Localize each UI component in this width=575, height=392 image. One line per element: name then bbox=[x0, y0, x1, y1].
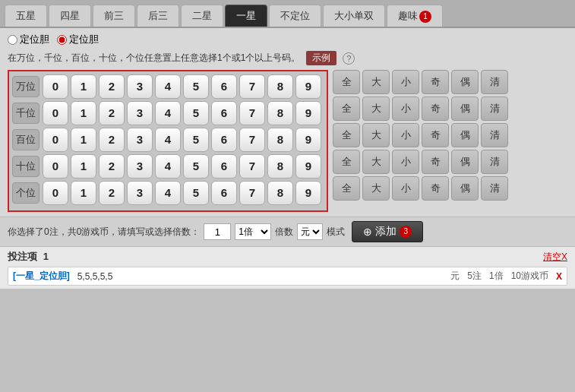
num-btn[interactable]: 8 bbox=[267, 101, 293, 125]
num-btn[interactable]: 6 bbox=[211, 101, 237, 125]
num-btn[interactable]: 8 bbox=[267, 154, 293, 179]
num-btn[interactable]: 1 bbox=[71, 154, 96, 179]
quick-btn-odd[interactable]: 奇 bbox=[422, 70, 449, 94]
num-btn[interactable]: 0 bbox=[43, 154, 68, 179]
quick-btn-odd[interactable]: 奇 bbox=[422, 150, 449, 174]
quick-btn-odd[interactable]: 奇 bbox=[422, 123, 449, 147]
quick-btn-even[interactable]: 偶 bbox=[451, 70, 479, 94]
num-btn[interactable]: 9 bbox=[295, 181, 321, 205]
example-button[interactable]: 示例 bbox=[306, 51, 336, 65]
quick-btn-big[interactable]: 大 bbox=[362, 96, 390, 121]
quick-btn-big[interactable]: 大 bbox=[362, 176, 390, 201]
num-btn[interactable]: 0 bbox=[43, 74, 68, 99]
num-btn[interactable]: 4 bbox=[155, 128, 181, 152]
tab-dxds[interactable]: 大小单双 bbox=[323, 5, 385, 27]
num-btn[interactable]: 6 bbox=[211, 181, 237, 205]
num-btn[interactable]: 7 bbox=[239, 101, 265, 125]
quick-btn-clear[interactable]: 清 bbox=[481, 123, 508, 147]
num-btn[interactable]: 1 bbox=[71, 181, 96, 205]
num-btn[interactable]: 8 bbox=[267, 128, 293, 152]
tab-housan[interactable]: 后三 bbox=[137, 5, 179, 27]
quick-btn-big[interactable]: 大 bbox=[362, 150, 390, 174]
quick-btn-clear[interactable]: 清 bbox=[481, 70, 508, 94]
mode-select[interactable]: 元 角 分 bbox=[297, 223, 323, 240]
num-btn[interactable]: 6 bbox=[211, 128, 237, 152]
tab-buding[interactable]: 不定位 bbox=[269, 5, 321, 27]
quick-btn-small[interactable]: 小 bbox=[392, 96, 419, 121]
num-btn[interactable]: 3 bbox=[127, 154, 153, 179]
num-btn[interactable]: 3 bbox=[127, 128, 153, 152]
num-btn[interactable]: 2 bbox=[99, 128, 125, 152]
tab-erxing[interactable]: 二星 bbox=[181, 5, 223, 27]
num-btn[interactable]: 2 bbox=[99, 154, 125, 179]
tab-qiansan[interactable]: 前三 bbox=[93, 5, 135, 27]
num-btn[interactable]: 5 bbox=[183, 101, 209, 125]
quick-btn-all[interactable]: 全 bbox=[333, 70, 360, 94]
num-btn[interactable]: 4 bbox=[155, 154, 181, 179]
num-btn[interactable]: 9 bbox=[295, 101, 321, 125]
multiplier-select[interactable]: 1倍 2倍 3倍 5倍 10倍 bbox=[235, 223, 271, 240]
num-btn[interactable]: 4 bbox=[155, 101, 181, 125]
num-btn[interactable]: 1 bbox=[71, 101, 96, 125]
tab-sixing[interactable]: 四星 bbox=[49, 5, 91, 27]
num-btn[interactable]: 0 bbox=[43, 101, 68, 125]
quick-btn-odd[interactable]: 奇 bbox=[422, 176, 449, 201]
tab-yixing[interactable]: 一星 bbox=[225, 5, 267, 27]
quick-btn-small[interactable]: 小 bbox=[392, 150, 419, 174]
radio-option1[interactable]: 定位胆 bbox=[8, 33, 49, 46]
quick-btn-clear[interactable]: 清 bbox=[481, 150, 508, 174]
quick-btn-all[interactable]: 全 bbox=[333, 176, 360, 201]
num-btn[interactable]: 1 bbox=[71, 74, 96, 99]
num-btn[interactable]: 2 bbox=[99, 101, 125, 125]
num-btn[interactable]: 8 bbox=[267, 181, 293, 205]
num-btn[interactable]: 3 bbox=[127, 181, 153, 205]
num-btn[interactable]: 3 bbox=[127, 74, 153, 99]
num-btn[interactable]: 6 bbox=[211, 154, 237, 179]
num-btn[interactable]: 5 bbox=[183, 154, 209, 179]
quick-btn-all[interactable]: 全 bbox=[333, 150, 360, 174]
num-btn[interactable]: 3 bbox=[127, 101, 153, 125]
quick-btn-even[interactable]: 偶 bbox=[451, 96, 479, 121]
num-btn[interactable]: 9 bbox=[295, 74, 321, 99]
quick-btn-clear[interactable]: 清 bbox=[481, 96, 508, 121]
bet-remove-button[interactable]: X bbox=[556, 271, 562, 282]
help-icon[interactable]: ? bbox=[343, 52, 355, 65]
num-btn[interactable]: 1 bbox=[71, 128, 96, 152]
quick-btn-even[interactable]: 偶 bbox=[451, 176, 479, 201]
num-btn[interactable]: 5 bbox=[183, 74, 209, 99]
quick-btn-even[interactable]: 偶 bbox=[451, 123, 479, 147]
tab-wuxing[interactable]: 五星 bbox=[5, 5, 47, 27]
quick-btn-even[interactable]: 偶 bbox=[451, 150, 479, 174]
quick-btn-big[interactable]: 大 bbox=[362, 123, 390, 147]
tab-quwei[interactable]: 趣味1 bbox=[387, 5, 443, 27]
quick-btn-clear[interactable]: 清 bbox=[481, 176, 508, 201]
num-btn[interactable]: 9 bbox=[295, 128, 321, 152]
num-btn[interactable]: 4 bbox=[155, 181, 181, 205]
num-btn[interactable]: 5 bbox=[183, 128, 209, 152]
quick-btn-big[interactable]: 大 bbox=[362, 70, 390, 94]
num-btn[interactable]: 7 bbox=[239, 181, 265, 205]
clear-all-button[interactable]: 清空X bbox=[543, 251, 567, 264]
quick-btn-small[interactable]: 小 bbox=[392, 70, 419, 94]
num-btn[interactable]: 2 bbox=[99, 181, 125, 205]
multiplier-input[interactable] bbox=[204, 223, 231, 240]
num-btn[interactable]: 0 bbox=[43, 128, 68, 152]
num-btn[interactable]: 4 bbox=[155, 74, 181, 99]
quick-btn-small[interactable]: 小 bbox=[392, 123, 419, 147]
quick-btn-all[interactable]: 全 bbox=[333, 96, 360, 121]
num-btn[interactable]: 9 bbox=[295, 154, 321, 179]
row-label-shiwei: 十位 bbox=[12, 156, 39, 177]
num-btn[interactable]: 5 bbox=[183, 181, 209, 205]
num-btn[interactable]: 7 bbox=[239, 128, 265, 152]
num-btn[interactable]: 6 bbox=[211, 74, 237, 99]
num-btn[interactable]: 7 bbox=[239, 74, 265, 99]
quick-btn-all[interactable]: 全 bbox=[333, 123, 360, 147]
radio-option2[interactable]: 定位胆 bbox=[57, 33, 99, 46]
quick-btn-small[interactable]: 小 bbox=[392, 176, 419, 201]
num-btn[interactable]: 8 bbox=[267, 74, 293, 99]
num-btn[interactable]: 2 bbox=[99, 74, 125, 99]
quick-btn-odd[interactable]: 奇 bbox=[422, 96, 449, 121]
num-btn[interactable]: 7 bbox=[239, 154, 265, 179]
add-button[interactable]: ⊕ 添加 3 bbox=[352, 221, 423, 242]
num-btn[interactable]: 0 bbox=[43, 181, 68, 205]
